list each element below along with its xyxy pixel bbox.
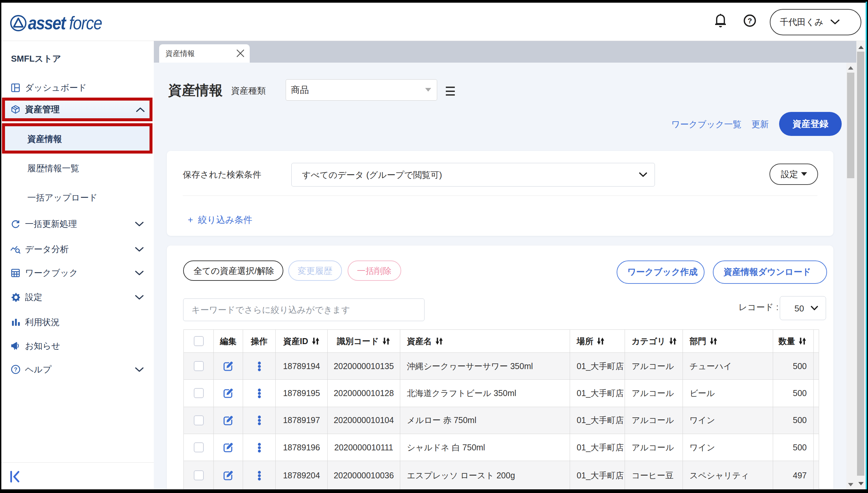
svg-text:?: ?: [748, 17, 752, 25]
svg-text:?: ?: [14, 366, 17, 372]
